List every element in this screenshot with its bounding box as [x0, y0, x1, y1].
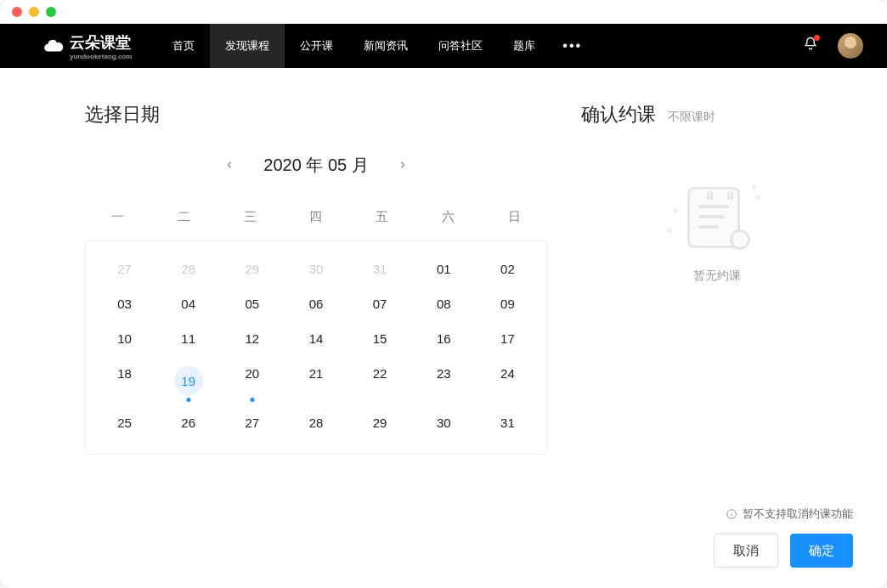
nav-more[interactable]: •••	[551, 38, 594, 54]
calendar-day[interactable]: 09	[476, 286, 540, 321]
calendar-day[interactable]: 14	[284, 321, 347, 356]
calendar-day[interactable]: 07	[348, 286, 412, 321]
maximize-dot[interactable]	[46, 7, 56, 17]
cloud-icon	[42, 35, 65, 57]
avatar[interactable]	[838, 33, 863, 59]
weekday-label: 五	[349, 199, 415, 240]
content: 选择日期 2020 年 05 月 一二三四五六日 272829303101020…	[0, 68, 887, 588]
weekday-label: 日	[481, 199, 547, 240]
calendar-day[interactable]: 11	[156, 321, 220, 356]
notifications-button[interactable]	[802, 36, 819, 56]
empty-text: 暂无约课	[693, 269, 741, 284]
close-dot[interactable]	[12, 7, 22, 17]
calendar-day[interactable]: 12	[220, 321, 284, 356]
calendar-day[interactable]: 04	[156, 286, 220, 321]
minimize-dot[interactable]	[29, 7, 39, 17]
weekday-row: 一二三四五六日	[85, 199, 547, 240]
calendar-nav: 2020 年 05 月	[85, 153, 547, 177]
nav-tab[interactable]: 新闻资讯	[348, 24, 423, 68]
event-dot	[250, 398, 254, 402]
calendar-day[interactable]: 28	[156, 252, 220, 286]
calendar-day[interactable]: 03	[93, 286, 156, 321]
calendar-day[interactable]: 15	[348, 321, 412, 356]
calendar-day[interactable]: 02	[476, 252, 540, 286]
empty-illustration: ✦✦	[679, 178, 755, 255]
date-panel: 选择日期 2020 年 05 月 一二三四五六日 272829303101020…	[0, 68, 581, 588]
calendar-day[interactable]: 16	[412, 321, 476, 356]
calendar-day[interactable]: 30	[284, 252, 347, 286]
calendar-day[interactable]: 25	[93, 405, 156, 440]
button-row: 取消 确定	[581, 534, 853, 568]
weekday-label: 三	[217, 199, 283, 240]
footer-note: 暂不支持取消约课功能	[581, 506, 853, 522]
calendar-day[interactable]: 31	[476, 405, 540, 440]
calendar-day[interactable]: 06	[284, 286, 347, 321]
nav-tab[interactable]: 发现课程	[210, 24, 285, 68]
calendar-day[interactable]: 31	[348, 252, 412, 286]
calendar-day[interactable]: 29	[220, 252, 284, 286]
confirm-sub: 不限课时	[668, 110, 715, 125]
calendar-day[interactable]: 28	[284, 405, 347, 440]
calendar-day[interactable]: 27	[220, 405, 284, 440]
calendar-day[interactable]: 20	[220, 356, 284, 405]
next-month-button[interactable]	[391, 153, 415, 177]
weekday-label: 二	[151, 199, 218, 240]
calendar-day[interactable]: 27	[93, 252, 156, 286]
calendar-day[interactable]: 18	[93, 356, 156, 405]
chevron-right-icon	[397, 159, 409, 171]
weekday-label: 一	[85, 199, 151, 240]
calendar-day[interactable]: 24	[476, 356, 540, 405]
logo[interactable]: 云朵课堂 yunduoketang.com	[42, 32, 132, 60]
calendar-day[interactable]: 23	[412, 356, 476, 405]
top-navbar: 云朵课堂 yunduoketang.com 首页发现课程公开课新闻资讯问答社区题…	[0, 24, 887, 68]
confirm-title: 确认约课	[581, 102, 656, 127]
calendar-body: 2728293031010203040506070809101112141516…	[85, 240, 547, 455]
calendar-day[interactable]: 21	[284, 356, 347, 405]
weekday-label: 六	[415, 199, 482, 240]
nav-tabs: 首页发现课程公开课新闻资讯问答社区题库	[157, 24, 551, 68]
calendar-day[interactable]: 17	[476, 321, 540, 356]
calendar-day[interactable]: 05	[220, 286, 284, 321]
info-icon	[726, 508, 737, 520]
calendar-day[interactable]: 26	[156, 405, 220, 440]
nav-tab[interactable]: 题库	[498, 24, 551, 68]
logo-sub: yunduoketang.com	[70, 54, 132, 60]
calendar-day[interactable]: 08	[412, 286, 476, 321]
calendar-day[interactable]: 29	[348, 405, 412, 440]
nav-tab[interactable]: 问答社区	[423, 24, 498, 68]
calendar-day[interactable]: 01	[412, 252, 476, 286]
nav-tab[interactable]: 公开课	[285, 24, 348, 68]
confirm-button[interactable]: 确定	[790, 534, 853, 568]
weekday-label: 四	[283, 199, 349, 240]
nav-tab[interactable]: 首页	[157, 24, 210, 68]
prev-month-button[interactable]	[218, 153, 241, 177]
calendar-day[interactable]: 10	[93, 321, 156, 356]
cancel-button[interactable]: 取消	[714, 534, 778, 568]
calendar-day[interactable]: 22	[348, 356, 412, 405]
logo-text: 云朵课堂	[70, 34, 131, 51]
confirm-panel: 确认约课 不限课时 ✦✦ 暂无约课 暂不支持取消约课功能	[581, 68, 887, 588]
app-window: 云朵课堂 yunduoketang.com 首页发现课程公开课新闻资讯问答社区题…	[0, 0, 887, 588]
chevron-left-icon	[223, 159, 235, 171]
month-label: 2020 年 05 月	[263, 154, 368, 177]
event-dot	[186, 398, 190, 402]
date-title: 选择日期	[85, 102, 547, 127]
calendar-day[interactable]: 19	[156, 356, 220, 405]
notification-dot	[814, 35, 820, 41]
empty-state: ✦✦ 暂无约课	[581, 178, 853, 506]
mac-titlebar	[0, 0, 887, 24]
calendar-day[interactable]: 30	[412, 405, 476, 440]
